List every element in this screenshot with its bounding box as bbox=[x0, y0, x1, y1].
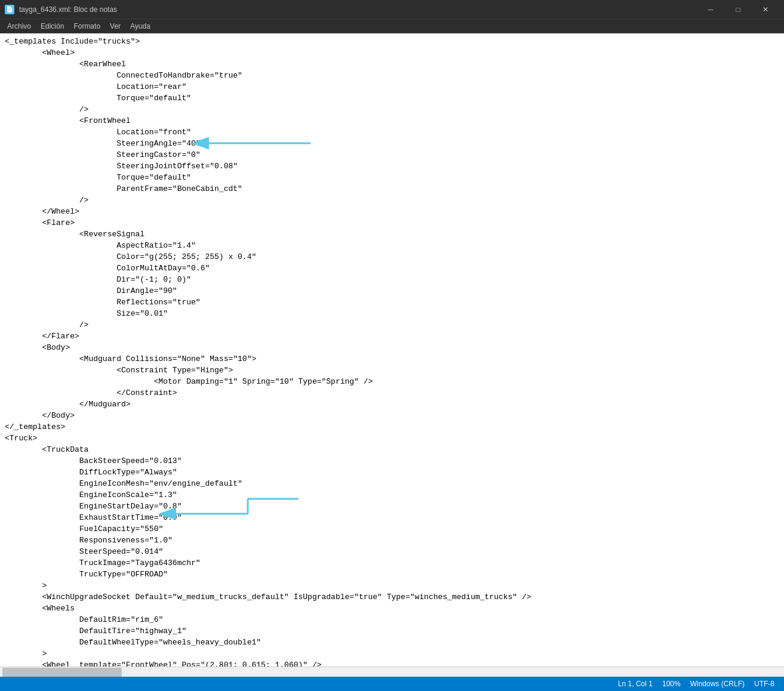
code-line-25: Size="0.01" bbox=[0, 308, 784, 319]
code-line-37: <TruckData bbox=[0, 444, 784, 455]
code-line-30: <Constraint Type="Hinge"> bbox=[0, 365, 784, 376]
code-line-28: <Body> bbox=[0, 342, 784, 353]
menu-formato[interactable]: Formato bbox=[69, 21, 105, 32]
code-line-15: /> bbox=[0, 195, 784, 206]
scrollbar-thumb[interactable] bbox=[2, 668, 122, 677]
code-line-11: SteeringCastor="0" bbox=[0, 149, 784, 161]
code-line-18: <ReverseSignal bbox=[0, 229, 784, 240]
code-line-49: > bbox=[0, 580, 784, 591]
code-line-43: ExhaustStartTime="0.0" bbox=[0, 512, 784, 523]
code-line-24: Reflections="true" bbox=[0, 297, 784, 308]
code-line-46: SteerSpeed="0.014" bbox=[0, 546, 784, 557]
code-line-22: Dir="(-1; 0; 0)" bbox=[0, 274, 784, 285]
code-line-40: EngineIconMesh="env/engine_default" bbox=[0, 478, 784, 489]
code-line-23: DirAngle="90" bbox=[0, 285, 784, 297]
code-line-16: </Wheel> bbox=[0, 206, 784, 217]
code-line-29: <Mudguard Collisions="None" Mass="10"> bbox=[0, 353, 784, 365]
code-line-35: </_templates> bbox=[0, 421, 784, 433]
title-bar: 📄 tayga_6436.xml: Bloc de notas ─ □ ✕ bbox=[0, 0, 784, 19]
code-line-13: Torque="default" bbox=[0, 172, 784, 183]
status-encoding: Windows (CRLF) bbox=[690, 680, 745, 688]
code-line-9: Location="front" bbox=[0, 127, 784, 138]
code-line-47: TruckImage="Tayga6436mchr" bbox=[0, 557, 784, 569]
code-line-5: Location="rear" bbox=[0, 81, 784, 92]
horizontal-scrollbar[interactable] bbox=[0, 667, 784, 677]
menu-bar: Archivo Edición Formato Ver Ayuda bbox=[0, 19, 784, 33]
code-line-52: DefaultRim="rim_6" bbox=[0, 614, 784, 625]
minimize-button[interactable]: ─ bbox=[697, 0, 724, 19]
code-line-34: </Body> bbox=[0, 410, 784, 421]
code-line-55: > bbox=[0, 648, 784, 659]
menu-ver[interactable]: Ver bbox=[105, 21, 125, 32]
code-line-31: <Motor Damping="1" Spring="10" Type="Spr… bbox=[0, 376, 784, 387]
code-line-54: DefaultWheelType="wheels_heavy_double1" bbox=[0, 637, 784, 648]
code-line-27: </Flare> bbox=[0, 331, 784, 342]
code-line-41: EngineIconScale="1.3" bbox=[0, 489, 784, 501]
app-icon: 📄 bbox=[5, 5, 14, 14]
code-line-10: SteeringAngle="40" bbox=[0, 138, 784, 149]
code-line-6: Torque="default" bbox=[0, 92, 784, 104]
window-controls[interactable]: ─ □ ✕ bbox=[697, 0, 779, 19]
code-line-17: <Flare> bbox=[0, 217, 784, 229]
code-line-38: BackSteerSpeed="0.013" bbox=[0, 455, 784, 467]
code-line-51: <Wheels bbox=[0, 603, 784, 614]
code-line-4: ConnectedToHandbrake="true" bbox=[0, 70, 784, 81]
code-line-39: DiffLockType="Always" bbox=[0, 467, 784, 478]
code-line-50: <WinchUpgradeSocket Default="w_medium_tr… bbox=[0, 591, 784, 603]
window-title: tayga_6436.xml: Bloc de notas bbox=[19, 5, 117, 14]
code-line-42: EngineStartDelay="0.8" bbox=[0, 501, 784, 512]
menu-ayuda[interactable]: Ayuda bbox=[125, 21, 155, 32]
close-button[interactable]: ✕ bbox=[752, 0, 779, 19]
code-line-3: <RearWheel bbox=[0, 58, 784, 70]
code-line-33: </Mudguard> bbox=[0, 399, 784, 410]
code-line-14: ParentFrame="BoneCabin_cdt" bbox=[0, 183, 784, 195]
code-line-48: TruckType="OFFROAD" bbox=[0, 569, 784, 580]
code-line-53: DefaultTire="highway_1" bbox=[0, 625, 784, 637]
code-line-20: Color="g(255; 255; 255) x 0.4" bbox=[0, 251, 784, 263]
editor[interactable]: <_templates Include="trucks"> <Wheel> <R… bbox=[0, 33, 784, 677]
code-line-36: <Truck> bbox=[0, 433, 784, 444]
status-line-col: Ln 1, Col 1 bbox=[618, 680, 653, 688]
maximize-button[interactable]: □ bbox=[724, 0, 752, 19]
status-bar: Ln 1, Col 1 100% Windows (CRLF) UTF-8 bbox=[0, 677, 784, 691]
code-line-7: /> bbox=[0, 104, 784, 115]
menu-archivo[interactable]: Archivo bbox=[2, 21, 36, 32]
code-line-2: <Wheel> bbox=[0, 47, 784, 58]
code-line-32: </Constraint> bbox=[0, 387, 784, 399]
code-line-44: FuelCapacity="550" bbox=[0, 523, 784, 535]
code-line-1: <_templates Include="trucks"> bbox=[0, 36, 784, 47]
code-line-19: AspectRatio="1.4" bbox=[0, 240, 784, 251]
code-line-45: Responsiveness="1.0" bbox=[0, 535, 784, 546]
title-bar-left: 📄 tayga_6436.xml: Bloc de notas bbox=[5, 5, 117, 14]
code-line-12: SteeringJointOffset="0.08" bbox=[0, 161, 784, 172]
code-line-26: /> bbox=[0, 319, 784, 331]
code-line-8: <FrontWheel bbox=[0, 115, 784, 127]
status-charset: UTF-8 bbox=[754, 680, 774, 688]
status-zoom: 100% bbox=[662, 680, 681, 688]
code-line-21: ColorMultAtDay="0.6" bbox=[0, 263, 784, 274]
menu-edicion[interactable]: Edición bbox=[36, 21, 69, 32]
